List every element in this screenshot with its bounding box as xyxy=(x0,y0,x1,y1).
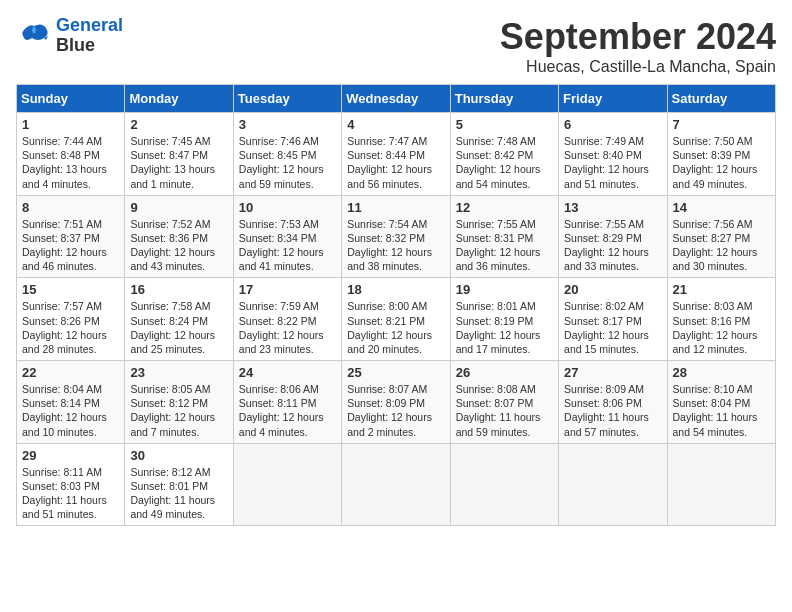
day-cell: 7Sunrise: 7:50 AM Sunset: 8:39 PM Daylig… xyxy=(667,113,775,196)
weekday-friday: Friday xyxy=(559,85,667,113)
day-info: Sunrise: 7:55 AM Sunset: 8:31 PM Dayligh… xyxy=(456,217,553,274)
day-cell: 1Sunrise: 7:44 AM Sunset: 8:48 PM Daylig… xyxy=(17,113,125,196)
weekday-monday: Monday xyxy=(125,85,233,113)
day-number: 20 xyxy=(564,282,661,297)
week-row-2: 8Sunrise: 7:51 AM Sunset: 8:37 PM Daylig… xyxy=(17,195,776,278)
day-cell: 28Sunrise: 8:10 AM Sunset: 8:04 PM Dayli… xyxy=(667,361,775,444)
day-info: Sunrise: 8:00 AM Sunset: 8:21 PM Dayligh… xyxy=(347,299,444,356)
day-cell: 20Sunrise: 8:02 AM Sunset: 8:17 PM Dayli… xyxy=(559,278,667,361)
weekday-header-row: SundayMondayTuesdayWednesdayThursdayFrid… xyxy=(17,85,776,113)
day-number: 16 xyxy=(130,282,227,297)
day-info: Sunrise: 8:03 AM Sunset: 8:16 PM Dayligh… xyxy=(673,299,770,356)
day-info: Sunrise: 7:46 AM Sunset: 8:45 PM Dayligh… xyxy=(239,134,336,191)
day-cell: 3Sunrise: 7:46 AM Sunset: 8:45 PM Daylig… xyxy=(233,113,341,196)
day-number: 25 xyxy=(347,365,444,380)
day-cell xyxy=(559,443,667,526)
day-info: Sunrise: 7:44 AM Sunset: 8:48 PM Dayligh… xyxy=(22,134,119,191)
day-info: Sunrise: 8:07 AM Sunset: 8:09 PM Dayligh… xyxy=(347,382,444,439)
day-cell: 6Sunrise: 7:49 AM Sunset: 8:40 PM Daylig… xyxy=(559,113,667,196)
day-cell: 4Sunrise: 7:47 AM Sunset: 8:44 PM Daylig… xyxy=(342,113,450,196)
day-cell: 14Sunrise: 7:56 AM Sunset: 8:27 PM Dayli… xyxy=(667,195,775,278)
day-cell: 10Sunrise: 7:53 AM Sunset: 8:34 PM Dayli… xyxy=(233,195,341,278)
day-number: 24 xyxy=(239,365,336,380)
day-info: Sunrise: 7:50 AM Sunset: 8:39 PM Dayligh… xyxy=(673,134,770,191)
day-number: 5 xyxy=(456,117,553,132)
day-number: 8 xyxy=(22,200,119,215)
day-cell: 17Sunrise: 7:59 AM Sunset: 8:22 PM Dayli… xyxy=(233,278,341,361)
logo-icon xyxy=(16,18,52,54)
day-cell: 21Sunrise: 8:03 AM Sunset: 8:16 PM Dayli… xyxy=(667,278,775,361)
day-info: Sunrise: 7:47 AM Sunset: 8:44 PM Dayligh… xyxy=(347,134,444,191)
day-number: 9 xyxy=(130,200,227,215)
calendar-body: 1Sunrise: 7:44 AM Sunset: 8:48 PM Daylig… xyxy=(17,113,776,526)
day-info: Sunrise: 8:10 AM Sunset: 8:04 PM Dayligh… xyxy=(673,382,770,439)
weekday-tuesday: Tuesday xyxy=(233,85,341,113)
day-cell: 18Sunrise: 8:00 AM Sunset: 8:21 PM Dayli… xyxy=(342,278,450,361)
day-cell: 2Sunrise: 7:45 AM Sunset: 8:47 PM Daylig… xyxy=(125,113,233,196)
day-number: 23 xyxy=(130,365,227,380)
day-info: Sunrise: 7:55 AM Sunset: 8:29 PM Dayligh… xyxy=(564,217,661,274)
weekday-thursday: Thursday xyxy=(450,85,558,113)
day-cell: 27Sunrise: 8:09 AM Sunset: 8:06 PM Dayli… xyxy=(559,361,667,444)
logo-text: General Blue xyxy=(56,16,123,56)
day-number: 11 xyxy=(347,200,444,215)
logo: General Blue xyxy=(16,16,123,56)
day-number: 1 xyxy=(22,117,119,132)
day-number: 12 xyxy=(456,200,553,215)
day-cell xyxy=(450,443,558,526)
day-info: Sunrise: 8:12 AM Sunset: 8:01 PM Dayligh… xyxy=(130,465,227,522)
day-cell xyxy=(667,443,775,526)
month-title: September 2024 xyxy=(500,16,776,58)
day-cell: 23Sunrise: 8:05 AM Sunset: 8:12 PM Dayli… xyxy=(125,361,233,444)
title-area: September 2024 Huecas, Castille-La Manch… xyxy=(500,16,776,76)
day-number: 22 xyxy=(22,365,119,380)
day-info: Sunrise: 7:51 AM Sunset: 8:37 PM Dayligh… xyxy=(22,217,119,274)
day-number: 30 xyxy=(130,448,227,463)
day-cell xyxy=(342,443,450,526)
day-cell xyxy=(233,443,341,526)
day-number: 17 xyxy=(239,282,336,297)
day-cell: 13Sunrise: 7:55 AM Sunset: 8:29 PM Dayli… xyxy=(559,195,667,278)
day-number: 21 xyxy=(673,282,770,297)
day-number: 6 xyxy=(564,117,661,132)
day-cell: 22Sunrise: 8:04 AM Sunset: 8:14 PM Dayli… xyxy=(17,361,125,444)
day-info: Sunrise: 7:53 AM Sunset: 8:34 PM Dayligh… xyxy=(239,217,336,274)
day-number: 13 xyxy=(564,200,661,215)
day-info: Sunrise: 8:11 AM Sunset: 8:03 PM Dayligh… xyxy=(22,465,119,522)
week-row-3: 15Sunrise: 7:57 AM Sunset: 8:26 PM Dayli… xyxy=(17,278,776,361)
weekday-saturday: Saturday xyxy=(667,85,775,113)
day-info: Sunrise: 8:09 AM Sunset: 8:06 PM Dayligh… xyxy=(564,382,661,439)
weekday-sunday: Sunday xyxy=(17,85,125,113)
day-cell: 26Sunrise: 8:08 AM Sunset: 8:07 PM Dayli… xyxy=(450,361,558,444)
day-info: Sunrise: 7:59 AM Sunset: 8:22 PM Dayligh… xyxy=(239,299,336,356)
day-number: 19 xyxy=(456,282,553,297)
day-number: 10 xyxy=(239,200,336,215)
day-cell: 12Sunrise: 7:55 AM Sunset: 8:31 PM Dayli… xyxy=(450,195,558,278)
week-row-4: 22Sunrise: 8:04 AM Sunset: 8:14 PM Dayli… xyxy=(17,361,776,444)
day-info: Sunrise: 7:58 AM Sunset: 8:24 PM Dayligh… xyxy=(130,299,227,356)
day-info: Sunrise: 7:49 AM Sunset: 8:40 PM Dayligh… xyxy=(564,134,661,191)
day-info: Sunrise: 8:02 AM Sunset: 8:17 PM Dayligh… xyxy=(564,299,661,356)
day-cell: 11Sunrise: 7:54 AM Sunset: 8:32 PM Dayli… xyxy=(342,195,450,278)
day-info: Sunrise: 7:45 AM Sunset: 8:47 PM Dayligh… xyxy=(130,134,227,191)
day-number: 26 xyxy=(456,365,553,380)
calendar-table: SundayMondayTuesdayWednesdayThursdayFrid… xyxy=(16,84,776,526)
day-number: 18 xyxy=(347,282,444,297)
day-number: 14 xyxy=(673,200,770,215)
day-info: Sunrise: 8:06 AM Sunset: 8:11 PM Dayligh… xyxy=(239,382,336,439)
day-cell: 29Sunrise: 8:11 AM Sunset: 8:03 PM Dayli… xyxy=(17,443,125,526)
day-info: Sunrise: 8:08 AM Sunset: 8:07 PM Dayligh… xyxy=(456,382,553,439)
day-number: 7 xyxy=(673,117,770,132)
day-number: 4 xyxy=(347,117,444,132)
day-number: 15 xyxy=(22,282,119,297)
day-number: 27 xyxy=(564,365,661,380)
day-cell: 15Sunrise: 7:57 AM Sunset: 8:26 PM Dayli… xyxy=(17,278,125,361)
day-info: Sunrise: 7:52 AM Sunset: 8:36 PM Dayligh… xyxy=(130,217,227,274)
day-cell: 24Sunrise: 8:06 AM Sunset: 8:11 PM Dayli… xyxy=(233,361,341,444)
day-number: 3 xyxy=(239,117,336,132)
header: General Blue September 2024 Huecas, Cast… xyxy=(16,16,776,76)
day-cell: 8Sunrise: 7:51 AM Sunset: 8:37 PM Daylig… xyxy=(17,195,125,278)
day-info: Sunrise: 7:48 AM Sunset: 8:42 PM Dayligh… xyxy=(456,134,553,191)
day-number: 28 xyxy=(673,365,770,380)
day-info: Sunrise: 7:54 AM Sunset: 8:32 PM Dayligh… xyxy=(347,217,444,274)
